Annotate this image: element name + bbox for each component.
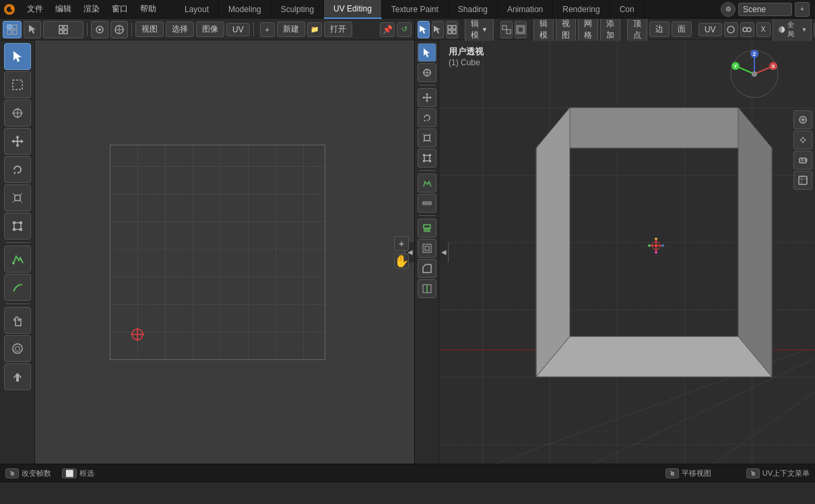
uv-tool-scale[interactable] — [4, 184, 31, 211]
svg-rect-4 — [13, 25, 17, 29]
3d-cursor[interactable] — [418, 63, 436, 82]
uv-tool2[interactable] — [43, 21, 84, 38]
3d-show-overlay[interactable] — [740, 22, 754, 37]
uv-tool-grab[interactable] — [4, 335, 31, 362]
uv-tool-rotate[interactable] — [4, 156, 31, 183]
uv-menu-image[interactable]: 图像 — [196, 22, 224, 37]
menu-file[interactable]: 文件 — [22, 2, 48, 16]
svg-point-127 — [752, 71, 757, 77]
svg-rect-49 — [453, 30, 456, 34]
tab-sculpting[interactable]: Sculpting — [271, 0, 324, 19]
uv-tool-cursor[interactable] — [4, 100, 31, 127]
3d-transform[interactable] — [418, 149, 436, 168]
uv-canvas[interactable]: + ✋ ◀ — [0, 40, 414, 464]
uv-tool-select-box[interactable] — [4, 71, 31, 98]
3d-inset[interactable] — [418, 239, 436, 258]
3d-menu-uv[interactable]: UV — [698, 23, 722, 36]
uv-menu-select[interactable]: 选择 — [166, 22, 194, 37]
svg-marker-24 — [15, 135, 20, 138]
viewport-canvas[interactable]: 用户透视 (1) Cube Z X Y — [415, 40, 815, 464]
3d-extrude[interactable] — [418, 219, 436, 238]
tab-rendering[interactable]: Rendering — [553, 0, 610, 19]
uv-zoom-in[interactable]: + — [394, 236, 409, 251]
uv-new-btn[interactable]: 新建 — [277, 22, 305, 37]
tab-uv-editing[interactable]: UV Editing — [324, 0, 382, 19]
3d-annotate[interactable] — [418, 174, 436, 192]
scene-add[interactable]: + — [795, 2, 810, 17]
3d-xray[interactable]: X — [756, 22, 771, 37]
key-box-select[interactable]: ⬜ — [62, 468, 77, 478]
3d-move[interactable] — [418, 88, 436, 107]
svg-marker-44 — [420, 26, 426, 34]
uv-pan[interactable]: ✋ — [394, 254, 409, 268]
svg-marker-105 — [738, 108, 772, 377]
svg-rect-81 — [429, 154, 431, 156]
tab-con[interactable]: Con — [610, 0, 645, 19]
svg-line-30 — [13, 193, 15, 195]
viewport-shading[interactable]: 全局 ▼ — [773, 19, 812, 41]
key-frame-change[interactable]: 🖱 — [5, 468, 19, 478]
3d-menu-vertex[interactable]: 顶点 — [627, 19, 647, 43]
menu-render[interactable]: 渲染 — [78, 2, 105, 16]
3d-select[interactable] — [418, 43, 436, 62]
svg-rect-29 — [15, 195, 20, 201]
3d-overlay1[interactable] — [500, 21, 513, 38]
3d-measure[interactable] — [418, 194, 436, 213]
uv-view-mode[interactable] — [91, 21, 108, 38]
3d-loopcut[interactable] — [418, 279, 436, 298]
3d-rotate[interactable] — [418, 108, 436, 127]
uv-expand[interactable]: + — [260, 22, 275, 37]
key-uv-menu[interactable]: 🖱 — [746, 468, 760, 478]
3d-select-mode[interactable] — [418, 21, 430, 38]
menu-window[interactable]: 窗口 — [106, 2, 133, 16]
uv-tool-point[interactable] — [4, 363, 31, 390]
uv-open-btn[interactable]: 打开 — [324, 22, 352, 37]
uv-tool-transform[interactable] — [4, 213, 31, 240]
uv-snap[interactable] — [110, 21, 128, 38]
menu-help[interactable]: 帮助 — [135, 2, 162, 16]
3d-render-preview[interactable] — [793, 171, 812, 190]
tab-shading[interactable]: Shading — [449, 0, 498, 19]
uv-menu-uv[interactable]: UV — [226, 23, 250, 36]
uv-folder[interactable]: 📁 — [307, 22, 322, 37]
3d-scale[interactable] — [418, 129, 436, 147]
tab-animation[interactable]: Animation — [498, 0, 553, 19]
viewport-icon[interactable]: ⚙ — [721, 2, 736, 17]
3d-select-box-group[interactable] — [446, 21, 458, 38]
uv-reload[interactable]: ↺ — [397, 22, 412, 37]
uv-pin[interactable]: 📌 — [380, 22, 395, 37]
3d-tool2[interactable] — [432, 21, 444, 38]
3d-bevel[interactable] — [418, 259, 436, 278]
tab-modeling[interactable]: Modeling — [219, 0, 271, 19]
menu-edit[interactable]: 编辑 — [50, 2, 77, 16]
3d-menu-mesh[interactable]: 添加 — [600, 19, 620, 43]
nav-gizmo[interactable]: Z X Y — [727, 47, 781, 101]
3d-camera-view[interactable] — [793, 151, 812, 170]
3d-panel-toggle[interactable]: ◀ — [439, 242, 449, 262]
3d-menu-select[interactable]: 视图 — [556, 19, 576, 43]
tab-texture-paint[interactable]: Texture Paint — [382, 0, 449, 19]
uv-menu-view[interactable]: 视图 — [135, 22, 164, 37]
3d-view-mode[interactable] — [724, 22, 738, 37]
3d-menu-add[interactable]: 网格 — [578, 19, 598, 43]
svg-line-75 — [423, 134, 424, 135]
3d-overlay2[interactable] — [515, 21, 527, 38]
svg-point-113 — [648, 244, 651, 247]
scene-input[interactable] — [738, 3, 792, 16]
tab-layout[interactable]: Layout — [175, 0, 219, 19]
3d-menu-edge[interactable]: 边 — [649, 22, 670, 37]
svg-marker-63 — [424, 48, 430, 57]
key-pan[interactable]: 🖱 — [665, 468, 679, 478]
3d-menu-face[interactable]: 面 — [672, 22, 692, 37]
uv-tool-move[interactable] — [4, 128, 31, 155]
svg-marker-28 — [13, 172, 16, 174]
uv-tool1[interactable] — [24, 21, 41, 38]
3d-pan-view[interactable] — [793, 131, 812, 149]
uv-tool-hand[interactable] — [4, 307, 31, 334]
uv-tool-draw[interactable] — [4, 274, 31, 301]
uv-view-area[interactable] — [35, 40, 399, 464]
uv-select-mode[interactable] — [3, 21, 22, 38]
uv-tool-annotate[interactable] — [4, 246, 31, 273]
3d-zoom-in[interactable] — [793, 110, 812, 129]
uv-tool-select[interactable] — [4, 43, 31, 70]
